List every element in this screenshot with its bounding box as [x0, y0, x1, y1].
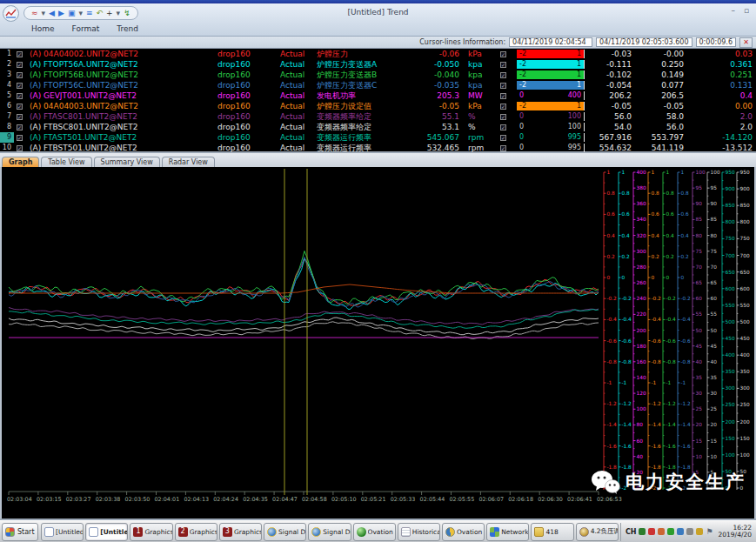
trend-chart-icon[interactable]: ≈ [31, 10, 38, 17]
row-visible-checkbox[interactable]: ✓ [17, 51, 23, 57]
time-tick-label: 02:04:35 [243, 496, 268, 503]
ribbon-tab-home[interactable]: Home [31, 24, 55, 36]
taskbar-button[interactable]: Network and... [486, 523, 529, 541]
restore-button[interactable]: ▫ [744, 6, 749, 15]
tray-icon[interactable] [658, 528, 665, 535]
back-arrow-icon[interactable]: ◀ [49, 10, 55, 17]
row-number[interactable]: 3 [0, 70, 14, 80]
axis-tick-label: 10 [696, 454, 703, 459]
row-visible-checkbox[interactable]: ✓ [17, 124, 23, 130]
taskbar-button[interactable]: Signal Diagra... [264, 523, 306, 541]
point-drop: drop160 [202, 90, 264, 101]
axis-tick-label: 0.6 [681, 211, 690, 217]
row-scale-checkbox[interactable]: ✓ [500, 83, 506, 89]
taskbar-button[interactable]: Ovation Alar... [353, 523, 396, 541]
table-row[interactable]: 4✓(A) FTOPT56C.UNIT2@NET2drop160Actual炉膛… [0, 80, 756, 90]
row-scale-checkbox[interactable]: ✓ [500, 93, 506, 99]
row-number[interactable]: 10 [0, 143, 14, 153]
row-number[interactable]: 2 [0, 59, 14, 70]
row-scale-checkbox[interactable]: ✓ [500, 124, 506, 130]
axis-tick-label: 160 [637, 359, 646, 365]
view-tab-summary-view[interactable]: Summary View [94, 157, 160, 167]
row-scale-checkbox[interactable]: ✓ [500, 135, 506, 141]
dropdown-icon[interactable]: ▾ [42, 10, 46, 17]
forward-arrow-icon[interactable]: ▶ [58, 10, 64, 17]
table-row[interactable]: 1✓(A) 04A04002.UNIT2@NET2drop160Actual炉膛… [0, 49, 756, 59]
close-cursor-info-button[interactable]: ✕ [739, 37, 753, 48]
row-visible-checkbox[interactable]: ✓ [17, 114, 23, 120]
language-indicator[interactable]: CH [626, 528, 637, 536]
table-row[interactable]: 10✓(A) FTBST501.UNIT2@NET2drop160Actual变… [0, 143, 756, 153]
row-visible-checkbox[interactable]: ✓ [17, 72, 23, 78]
ribbon-tab-format[interactable]: Format [72, 24, 100, 36]
taskbar-button[interactable]: 3Graphics - -... [219, 523, 262, 541]
tray-icon[interactable] [696, 528, 703, 535]
clock[interactable]: 16:222019/4/20 [716, 525, 754, 539]
row-scale-checkbox[interactable]: ✓ [500, 51, 506, 57]
window-buttons: – ▫ [726, 6, 749, 15]
axis-tick-label: 65 [711, 280, 718, 285]
row-number[interactable]: 4 [0, 80, 14, 90]
start-button[interactable]: Start [2, 523, 38, 541]
taskbar-button[interactable]: 4.2负压调... [576, 523, 619, 541]
table-row[interactable]: 2✓(A) FTOPT56A.UNIT2@NET2drop160Actual炉膛… [0, 59, 756, 70]
taskbar-button[interactable]: 418 [531, 523, 573, 541]
table-row[interactable]: 7✓(A) FTASC801.UNIT2@NET2drop160Actual变频… [0, 111, 756, 122]
tray-icon[interactable] [648, 528, 655, 535]
axis-tick-label: 1 [652, 170, 655, 175]
taskbar-button[interactable]: Ovation Poin... [442, 523, 485, 541]
ribbon-tab-trend[interactable]: Trend [117, 24, 138, 36]
flag-icon[interactable]: ⚑ [706, 527, 713, 536]
dropdown-icon[interactable]: ▾ [117, 10, 121, 17]
taskbar-button[interactable]: [Untitled] T... [85, 523, 128, 541]
live-trend-icon[interactable]: ↯ [124, 10, 130, 17]
row-number[interactable]: 9 [0, 132, 14, 143]
table-row[interactable]: 3✓(A) FTOPT56B.UNIT2@NET2drop160Actual炉膛… [0, 70, 756, 80]
row-scale-checkbox[interactable]: ✓ [500, 114, 506, 120]
minimize-button[interactable]: – [732, 6, 736, 15]
row-visible-checkbox[interactable]: ✓ [17, 104, 23, 110]
axis-tick-label: 65 [696, 280, 703, 285]
range-bar: -21 [517, 70, 585, 79]
row-number[interactable]: 6 [0, 101, 14, 111]
point-drop: drop160 [202, 143, 264, 153]
trend-plot[interactable]: 02:03:0402:03:1502:03:2702:03:3802:03:50… [2, 167, 756, 519]
row-visible-checkbox[interactable]: ✓ [17, 135, 23, 141]
tray-icon[interactable] [639, 528, 646, 535]
export-window-icon[interactable]: ▣ [68, 10, 76, 17]
row-scale-checkbox[interactable]: ✓ [500, 72, 506, 78]
view-tab-radar-view[interactable]: Radar View [162, 157, 215, 167]
app-logo-icon[interactable] [3, 5, 19, 22]
row-scale-checkbox[interactable]: ✓ [500, 62, 506, 68]
tray-icon[interactable] [667, 528, 674, 535]
row-number[interactable]: 7 [0, 111, 14, 122]
table-row[interactable]: 8✓(A) FTBSC801.UNIT2@NET2drop160Actual变频… [0, 122, 756, 132]
trend-chart[interactable]: 02:03:0402:03:1502:03:2702:03:3802:03:50… [0, 167, 756, 519]
row-number[interactable]: 1 [0, 49, 14, 59]
taskbar-button[interactable]: Signal Diagra... [308, 523, 351, 541]
taskbar-button[interactable]: 2Graphics - -... [175, 523, 217, 541]
row-visible-checkbox[interactable]: ✓ [17, 83, 23, 89]
table-row[interactable]: 5✓(A) GEVJT001.UNIT2@NET2drop160Actual发电… [0, 90, 756, 101]
view-tab-table-view[interactable]: Table View [41, 157, 91, 167]
taskbar-button[interactable]: Historical Re... [398, 523, 440, 541]
taskbar-button[interactable]: [Untitled] Tr... [41, 523, 84, 541]
table-row[interactable]: 9✓(A) FTAST501.UNIT2@NET2drop160Actual变频… [0, 132, 756, 143]
row-number[interactable]: 8 [0, 122, 14, 132]
view-tab-graph[interactable]: Graph [2, 157, 39, 167]
tray-icon[interactable] [686, 528, 693, 535]
add-pen-icon[interactable]: + [106, 10, 113, 17]
dropdown-icon[interactable]: ▾ [78, 10, 83, 17]
taskbar-button[interactable]: 1Graphics - -... [130, 523, 172, 541]
row-visible-checkbox[interactable]: ✓ [17, 62, 23, 68]
row-number[interactable]: 5 [0, 90, 14, 101]
row-scale-checkbox[interactable]: ✓ [500, 104, 506, 110]
table-row[interactable]: 6✓(A) 04A04003.UNIT2@NET2drop160Actual炉膛… [0, 101, 756, 111]
undo-icon[interactable]: ↶ [97, 10, 104, 17]
row-visible-checkbox[interactable]: ✓ [17, 145, 23, 151]
row-scale-checkbox[interactable]: ✓ [500, 145, 506, 151]
tray-icon[interactable] [677, 528, 684, 535]
row-visible-checkbox[interactable]: ✓ [17, 93, 23, 99]
axis-tick-label: 45 [711, 344, 718, 349]
list-view-icon[interactable]: ≡ [86, 10, 93, 17]
